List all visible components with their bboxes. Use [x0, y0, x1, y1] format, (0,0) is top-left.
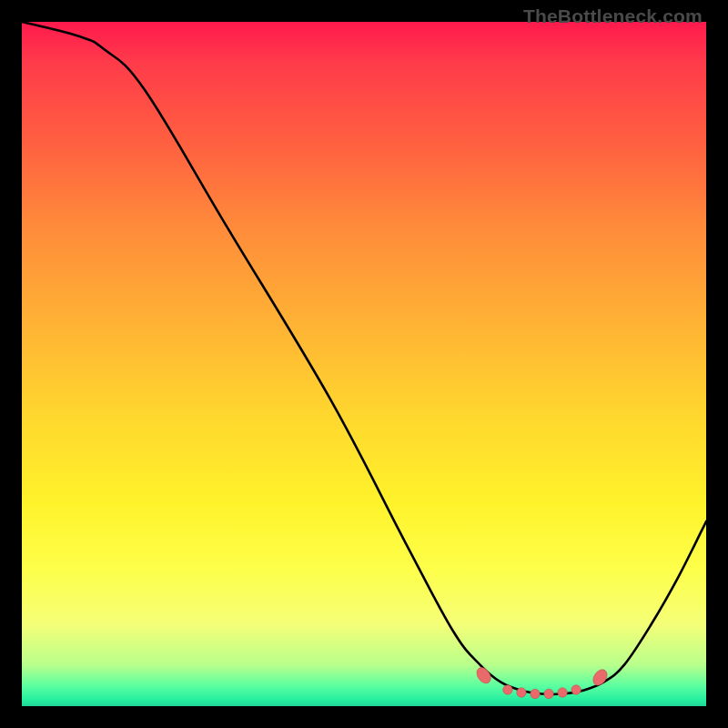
marker-point [571, 685, 581, 694]
watermark-text: TheBottleneck.com [523, 5, 703, 27]
marker-point [531, 689, 540, 698]
bottleneck-curve [22, 22, 706, 694]
marker-point [591, 667, 611, 688]
curve-svg [22, 22, 706, 706]
marker-point [558, 688, 567, 697]
chart-plot-area [22, 22, 706, 706]
marker-point [517, 688, 526, 697]
marker-point [544, 689, 553, 698]
marker-point [503, 685, 512, 694]
